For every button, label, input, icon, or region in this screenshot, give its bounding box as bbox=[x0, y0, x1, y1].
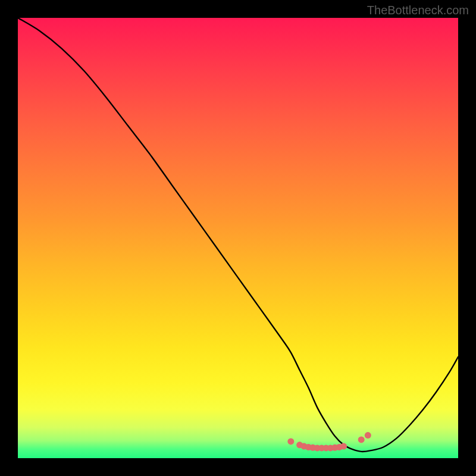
curve-path bbox=[18, 18, 458, 452]
chart-svg bbox=[18, 18, 458, 458]
highlight-dot bbox=[287, 438, 294, 444]
watermark-text: TheBottleneck.com bbox=[367, 4, 469, 17]
highlight-markers bbox=[287, 432, 371, 451]
highlight-dot bbox=[358, 436, 365, 443]
highlight-dot bbox=[340, 443, 347, 450]
highlight-dot bbox=[365, 432, 371, 439]
plot-area bbox=[18, 18, 458, 458]
